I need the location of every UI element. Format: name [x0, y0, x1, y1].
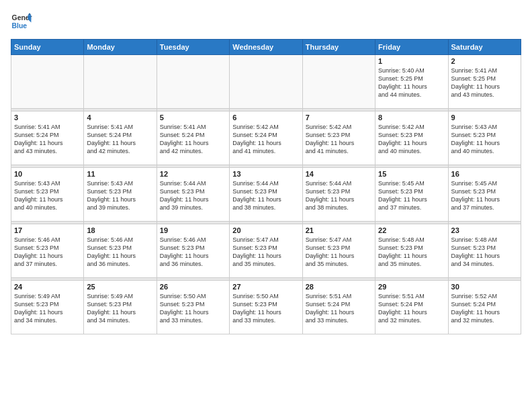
- day-number: 12: [160, 170, 226, 178]
- day-number: 18: [87, 226, 153, 234]
- calendar-cell: 16Sunrise: 5:45 AM Sunset: 5:23 PM Dayli…: [448, 168, 521, 222]
- weekday-header-wednesday: Wednesday: [230, 40, 302, 55]
- day-info: Sunrise: 5:41 AM Sunset: 5:24 PM Dayligh…: [14, 123, 81, 156]
- calendar-cell: 24Sunrise: 5:49 AM Sunset: 5:23 PM Dayli…: [11, 281, 84, 334]
- calendar-cell: 9Sunrise: 5:43 AM Sunset: 5:23 PM Daylig…: [448, 111, 521, 165]
- day-info: Sunrise: 5:40 AM Sunset: 5:25 PM Dayligh…: [378, 66, 445, 99]
- day-info: Sunrise: 5:45 AM Sunset: 5:23 PM Dayligh…: [451, 179, 518, 212]
- calendar-cell: 17Sunrise: 5:46 AM Sunset: 5:23 PM Dayli…: [11, 224, 84, 278]
- day-info: Sunrise: 5:45 AM Sunset: 5:23 PM Dayligh…: [378, 179, 445, 212]
- calendar-week-4: 17Sunrise: 5:46 AM Sunset: 5:23 PM Dayli…: [11, 224, 521, 278]
- day-info: Sunrise: 5:43 AM Sunset: 5:23 PM Dayligh…: [451, 123, 518, 156]
- day-info: Sunrise: 5:49 AM Sunset: 5:23 PM Dayligh…: [14, 292, 81, 325]
- day-info: Sunrise: 5:42 AM Sunset: 5:23 PM Dayligh…: [378, 123, 445, 156]
- day-info: Sunrise: 5:50 AM Sunset: 5:23 PM Dayligh…: [232, 292, 299, 325]
- calendar-week-2: 3Sunrise: 5:41 AM Sunset: 5:24 PM Daylig…: [11, 111, 521, 165]
- day-number: 17: [14, 226, 81, 234]
- logo: General Blue: [11, 11, 32, 32]
- day-info: Sunrise: 5:44 AM Sunset: 5:23 PM Dayligh…: [160, 179, 226, 212]
- calendar-week-1: 1Sunrise: 5:40 AM Sunset: 5:25 PM Daylig…: [11, 55, 521, 109]
- day-info: Sunrise: 5:46 AM Sunset: 5:23 PM Dayligh…: [14, 236, 81, 269]
- day-info: Sunrise: 5:48 AM Sunset: 5:23 PM Dayligh…: [451, 236, 518, 269]
- day-number: 1: [378, 57, 445, 65]
- calendar-cell: 7Sunrise: 5:42 AM Sunset: 5:23 PM Daylig…: [302, 111, 375, 165]
- day-info: Sunrise: 5:51 AM Sunset: 5:24 PM Dayligh…: [306, 292, 372, 325]
- calendar-cell: 20Sunrise: 5:47 AM Sunset: 5:23 PM Dayli…: [230, 224, 302, 278]
- day-number: 13: [232, 170, 299, 178]
- weekday-header-thursday: Thursday: [302, 40, 375, 55]
- calendar-cell: 26Sunrise: 5:50 AM Sunset: 5:23 PM Dayli…: [157, 281, 229, 334]
- calendar-cell: 18Sunrise: 5:46 AM Sunset: 5:23 PM Dayli…: [84, 224, 157, 278]
- day-info: Sunrise: 5:48 AM Sunset: 5:23 PM Dayligh…: [378, 236, 445, 269]
- weekday-header-sunday: Sunday: [11, 40, 84, 55]
- calendar-week-5: 24Sunrise: 5:49 AM Sunset: 5:23 PM Dayli…: [11, 281, 521, 334]
- day-number: 10: [14, 170, 81, 178]
- calendar-table: SundayMondayTuesdayWednesdayThursdayFrid…: [11, 39, 521, 334]
- calendar-cell: 6Sunrise: 5:42 AM Sunset: 5:24 PM Daylig…: [230, 111, 302, 165]
- calendar-cell: 5Sunrise: 5:41 AM Sunset: 5:24 PM Daylig…: [157, 111, 229, 165]
- day-info: Sunrise: 5:47 AM Sunset: 5:23 PM Dayligh…: [306, 236, 372, 269]
- day-number: 11: [87, 170, 153, 178]
- day-info: Sunrise: 5:41 AM Sunset: 5:24 PM Dayligh…: [87, 123, 153, 156]
- day-number: 3: [14, 113, 81, 122]
- calendar-cell: 14Sunrise: 5:44 AM Sunset: 5:23 PM Dayli…: [302, 168, 375, 222]
- day-info: Sunrise: 5:43 AM Sunset: 5:23 PM Dayligh…: [14, 179, 81, 212]
- day-number: 22: [378, 226, 445, 234]
- logo-icon: General Blue: [11, 11, 32, 32]
- day-info: Sunrise: 5:43 AM Sunset: 5:23 PM Dayligh…: [87, 179, 153, 212]
- day-number: 25: [87, 283, 153, 291]
- day-number: 19: [160, 226, 226, 234]
- day-number: 7: [306, 113, 372, 122]
- day-number: 5: [160, 113, 226, 122]
- weekday-header-monday: Monday: [84, 40, 157, 55]
- page-header: General Blue: [11, 11, 521, 32]
- day-number: 26: [160, 283, 226, 291]
- day-info: Sunrise: 5:46 AM Sunset: 5:23 PM Dayligh…: [87, 236, 153, 269]
- day-number: 2: [451, 57, 518, 65]
- day-info: Sunrise: 5:51 AM Sunset: 5:24 PM Dayligh…: [378, 292, 445, 325]
- day-info: Sunrise: 5:44 AM Sunset: 5:23 PM Dayligh…: [232, 179, 299, 212]
- day-number: 6: [232, 113, 299, 122]
- day-info: Sunrise: 5:47 AM Sunset: 5:23 PM Dayligh…: [232, 236, 299, 269]
- calendar-cell: 2Sunrise: 5:41 AM Sunset: 5:25 PM Daylig…: [448, 55, 521, 109]
- day-number: 20: [232, 226, 299, 234]
- day-number: 21: [306, 226, 372, 234]
- day-number: 23: [451, 226, 518, 234]
- calendar-cell: 12Sunrise: 5:44 AM Sunset: 5:23 PM Dayli…: [157, 168, 229, 222]
- day-info: Sunrise: 5:50 AM Sunset: 5:23 PM Dayligh…: [160, 292, 226, 325]
- calendar-cell: 25Sunrise: 5:49 AM Sunset: 5:23 PM Dayli…: [84, 281, 157, 334]
- day-number: 4: [87, 113, 153, 122]
- weekday-header-friday: Friday: [375, 40, 448, 55]
- calendar-cell: 11Sunrise: 5:43 AM Sunset: 5:23 PM Dayli…: [84, 168, 157, 222]
- weekday-header-row: SundayMondayTuesdayWednesdayThursdayFrid…: [11, 40, 521, 55]
- calendar-cell: 21Sunrise: 5:47 AM Sunset: 5:23 PM Dayli…: [302, 224, 375, 278]
- day-number: 29: [378, 283, 445, 291]
- calendar-cell: 22Sunrise: 5:48 AM Sunset: 5:23 PM Dayli…: [375, 224, 448, 278]
- calendar-cell: 30Sunrise: 5:52 AM Sunset: 5:24 PM Dayli…: [448, 281, 521, 334]
- day-info: Sunrise: 5:46 AM Sunset: 5:23 PM Dayligh…: [160, 236, 226, 269]
- day-number: 16: [451, 170, 518, 178]
- calendar-cell: [230, 55, 302, 109]
- day-info: Sunrise: 5:44 AM Sunset: 5:23 PM Dayligh…: [306, 179, 372, 212]
- day-info: Sunrise: 5:41 AM Sunset: 5:24 PM Dayligh…: [160, 123, 226, 156]
- svg-text:Blue: Blue: [12, 22, 28, 30]
- day-number: 14: [306, 170, 372, 178]
- weekday-header-saturday: Saturday: [448, 40, 521, 55]
- day-number: 8: [378, 113, 445, 122]
- calendar-cell: 8Sunrise: 5:42 AM Sunset: 5:23 PM Daylig…: [375, 111, 448, 165]
- calendar-cell: 28Sunrise: 5:51 AM Sunset: 5:24 PM Dayli…: [302, 281, 375, 334]
- calendar-cell: 15Sunrise: 5:45 AM Sunset: 5:23 PM Dayli…: [375, 168, 448, 222]
- calendar-cell: 27Sunrise: 5:50 AM Sunset: 5:23 PM Dayli…: [230, 281, 302, 334]
- calendar-cell: 13Sunrise: 5:44 AM Sunset: 5:23 PM Dayli…: [230, 168, 302, 222]
- calendar-cell: [84, 55, 157, 109]
- day-number: 24: [14, 283, 81, 291]
- calendar-cell: [157, 55, 229, 109]
- calendar-cell: [302, 55, 375, 109]
- day-number: 28: [306, 283, 372, 291]
- day-info: Sunrise: 5:52 AM Sunset: 5:24 PM Dayligh…: [451, 292, 518, 325]
- calendar-cell: 29Sunrise: 5:51 AM Sunset: 5:24 PM Dayli…: [375, 281, 448, 334]
- weekday-header-tuesday: Tuesday: [157, 40, 229, 55]
- calendar-cell: 23Sunrise: 5:48 AM Sunset: 5:23 PM Dayli…: [448, 224, 521, 278]
- day-number: 9: [451, 113, 518, 122]
- calendar-week-3: 10Sunrise: 5:43 AM Sunset: 5:23 PM Dayli…: [11, 168, 521, 222]
